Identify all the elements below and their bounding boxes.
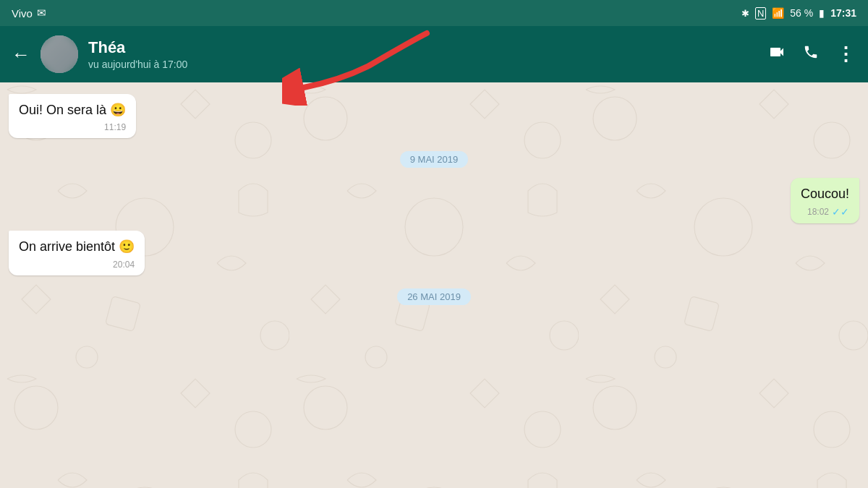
message-meta-1: 11:19 [19,122,126,132]
date-separator-2: 26 MAI 2019 [9,288,859,305]
message-text-1: Oui! On sera là 😀 [19,103,126,117]
app-bar: ← Théa vu aujourd'hui à 17:00 ⋮ [0,26,868,82]
date-badge-2: 26 MAI 2019 [397,288,471,305]
message-time-2: 18:02 [807,207,829,217]
phone-screen: Vivo ✉ ✱ N 📶 56 % ▮ 17:31 ← Théa vu aujo… [0,0,868,488]
message-text-2: Coucou! [801,187,849,201]
mail-icon: ✉ [37,7,46,20]
bluetooth-icon: ✱ [741,8,749,19]
message-bubble-received-2: On arrive bientôt 🙂 20:04 [9,231,145,275]
message-row: Oui! On sera là 😀 11:19 [9,94,859,138]
read-ticks-icon: ✓✓ [832,206,849,218]
message-bubble-received-1: Oui! On sera là 😀 11:19 [9,94,136,138]
back-button[interactable]: ← [12,43,30,66]
video-call-button[interactable] [768,43,786,65]
contact-name: Théa [88,38,758,57]
contact-status: vu aujourd'hui à 17:00 [88,59,758,70]
avatar-image [41,35,78,73]
message-meta-3: 20:04 [19,260,135,270]
status-bar-left: Vivo ✉ [12,7,46,20]
clock: 17:31 [830,7,856,19]
signal-wifi-icon: 📶 [772,7,784,19]
app-bar-actions: ⋮ [768,43,856,66]
message-meta-2: 18:02 ✓✓ [801,206,849,218]
avatar[interactable] [41,35,78,73]
message-time-3: 20:04 [113,260,135,270]
date-badge-1: 9 MAI 2019 [400,151,469,168]
message-row-sent-1: Coucou! 18:02 ✓✓ [9,178,859,223]
date-separator-1: 9 MAI 2019 [9,151,859,168]
battery-percent: 56 % [790,7,813,19]
status-bar-right: ✱ N 📶 56 % ▮ 17:31 [741,7,856,20]
battery-icon: ▮ [819,7,825,19]
message-bubble-sent-1: Coucou! 18:02 ✓✓ [791,178,859,223]
message-text-3: On arrive bientôt 🙂 [19,239,135,254]
contact-info[interactable]: Théa vu aujourd'hui à 17:00 [88,38,758,70]
message-row-received-2: On arrive bientôt 🙂 20:04 [9,231,859,275]
phone-call-button[interactable] [803,44,819,64]
carrier-label: Vivo [12,7,33,20]
nfc-icon: N [755,7,766,20]
chat-area[interactable]: Oui! On sera là 😀 11:19 9 MAI 2019 Couco… [0,82,868,488]
more-options-button[interactable]: ⋮ [836,43,856,66]
status-bar: Vivo ✉ ✱ N 📶 56 % ▮ 17:31 [0,0,868,26]
message-time-1: 11:19 [104,122,126,132]
